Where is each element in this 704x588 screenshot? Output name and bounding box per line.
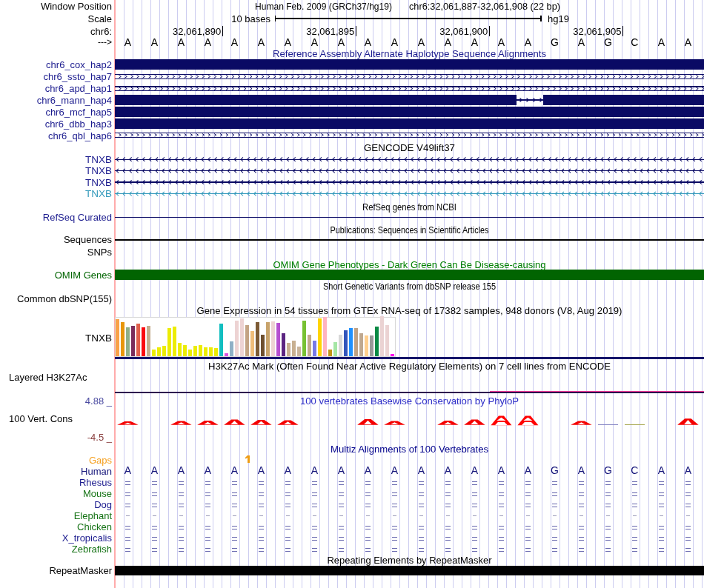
svg-text:chr6_cox_hap2: chr6_cox_hap2	[46, 59, 112, 70]
svg-text:A: A	[525, 464, 532, 476]
svg-text:A: A	[578, 464, 585, 476]
svg-text:A: A	[498, 464, 505, 476]
svg-text:C: C	[631, 464, 638, 476]
svg-text:--->: --->	[98, 37, 112, 47]
svg-text:A: A	[178, 36, 185, 48]
svg-text:A: A	[338, 36, 345, 48]
svg-text:Chicken: Chicken	[77, 521, 112, 532]
svg-text:G: G	[551, 464, 559, 476]
svg-text:A: A	[578, 36, 585, 48]
svg-text:A: A	[418, 464, 425, 476]
svg-text:SNPs: SNPs	[87, 247, 113, 258]
svg-text:Common dbSNP(155): Common dbSNP(155)	[17, 293, 112, 304]
svg-text:100 vertebrates Basewise Conse: 100 vertebrates Basewise Conservation by…	[300, 395, 519, 407]
svg-text:Repeating Elements by RepeatMa: Repeating Elements by RepeatMasker	[328, 555, 493, 566]
svg-text:A: A	[231, 36, 239, 48]
svg-text:A: A	[658, 36, 665, 48]
svg-text:A: A	[205, 464, 212, 476]
svg-text:A: A	[498, 36, 505, 48]
svg-text:RefSeq Curated: RefSeq Curated	[43, 212, 112, 223]
svg-text:Window Position: Window Position	[41, 1, 112, 12]
svg-text:chr6_dbb_hap3: chr6_dbb_hap3	[45, 118, 112, 130]
svg-text:H3K27Ac Mark (Often Found Near: H3K27Ac Mark (Often Found Near Active Re…	[208, 361, 611, 372]
svg-text:A: A	[471, 464, 479, 476]
svg-text:A: A	[658, 464, 665, 476]
svg-text:G: G	[604, 36, 612, 48]
svg-text:OMIM Genes: OMIM Genes	[55, 270, 113, 281]
svg-text:OMIM Gene Phenotypes - Dark Gr: OMIM Gene Phenotypes - Dark Green Can Be…	[273, 259, 546, 270]
svg-text:A: A	[124, 464, 132, 476]
svg-text:A: A	[391, 464, 399, 476]
svg-text:A: A	[338, 464, 345, 476]
svg-text:G: G	[551, 36, 559, 48]
svg-text:RepeatMasker: RepeatMasker	[49, 565, 112, 576]
svg-text:chr6_apd_hap1: chr6_apd_hap1	[45, 83, 112, 94]
svg-text:TNXB: TNXB	[85, 154, 112, 165]
svg-text:A: A	[151, 36, 159, 48]
svg-text:chr6_qbl_hap6: chr6_qbl_hap6	[48, 130, 112, 141]
svg-text:TNXB: TNXB	[85, 333, 112, 344]
svg-text:A: A	[391, 36, 399, 48]
svg-text:A: A	[285, 36, 292, 48]
svg-text:hg19: hg19	[548, 13, 569, 24]
svg-text:C: C	[631, 36, 638, 48]
svg-text:A: A	[205, 36, 212, 48]
svg-text:A: A	[124, 36, 132, 48]
svg-text:A: A	[685, 36, 692, 48]
svg-text:A: A	[445, 36, 452, 48]
svg-text:Multiz Alignments of 100 Verte: Multiz Alignments of 100 Vertebrates	[331, 444, 488, 455]
svg-text:A: A	[365, 36, 372, 48]
svg-text:Publications: Sequences in Sci: Publications: Sequences in Scientific Ar…	[331, 224, 489, 235]
svg-text:TNXB: TNXB	[85, 188, 112, 199]
svg-text:A: A	[685, 464, 692, 476]
svg-text:G: G	[604, 464, 612, 476]
svg-text:10 bases: 10 bases	[231, 13, 270, 24]
svg-text:X_tropicalis: X_tropicalis	[62, 532, 113, 544]
svg-text:Dog: Dog	[94, 499, 112, 510]
svg-text:Mouse: Mouse	[83, 488, 112, 499]
svg-text:Elephant: Elephant	[74, 510, 113, 521]
svg-text:TNXB: TNXB	[85, 177, 112, 188]
svg-text:A: A	[178, 464, 185, 476]
svg-text:chr6:: chr6:	[90, 26, 112, 37]
svg-text:Gene Expression in 54 tissues: Gene Expression in 54 tissues from GTEx …	[197, 305, 622, 316]
svg-text:A: A	[258, 36, 265, 48]
svg-text:chr6:32,061,887-32,061,908 (22: chr6:32,061,887-32,061,908 (22 bp)	[409, 1, 560, 12]
svg-text:GENCODE V49lift37: GENCODE V49lift37	[364, 142, 455, 153]
svg-text:-4.5 _: -4.5 _	[87, 432, 113, 443]
svg-text:chr6_ssto_hap7: chr6_ssto_hap7	[43, 71, 112, 82]
svg-text:100 Vert. Cons: 100 Vert. Cons	[9, 413, 73, 424]
svg-text:A: A	[525, 36, 532, 48]
svg-text:Gaps: Gaps	[89, 455, 113, 466]
svg-text:A: A	[365, 464, 372, 476]
svg-text:RefSeq genes from NCBI: RefSeq genes from NCBI	[362, 201, 456, 213]
svg-text:A: A	[418, 36, 425, 48]
svg-text:Layered H3K27Ac: Layered H3K27Ac	[9, 372, 87, 383]
svg-text:Human: Human	[81, 466, 112, 477]
svg-text:A: A	[311, 36, 319, 48]
svg-text:Short Genetic Variants from db: Short Genetic Variants from dbSNP releas…	[323, 281, 496, 292]
svg-text:Zebrafish: Zebrafish	[72, 544, 112, 555]
svg-text:A: A	[258, 464, 265, 476]
svg-text:A: A	[445, 464, 452, 476]
svg-text:Rhesus: Rhesus	[79, 477, 113, 488]
svg-text:TNXB: TNXB	[85, 165, 112, 176]
svg-text:A: A	[151, 464, 159, 476]
svg-text:4.88 _: 4.88 _	[85, 395, 113, 407]
svg-text:A: A	[471, 36, 479, 48]
svg-text:A: A	[231, 464, 239, 476]
svg-text:chr6_mann_hap4: chr6_mann_hap4	[37, 95, 112, 106]
svg-text:Sequences: Sequences	[64, 234, 113, 245]
svg-text:Reference Assembly Alternate H: Reference Assembly Alternate Haplotype S…	[273, 48, 546, 59]
svg-text:Human Feb. 2009 (GRCh37/hg19): Human Feb. 2009 (GRCh37/hg19)	[255, 1, 392, 12]
svg-text:Scale: Scale	[87, 13, 112, 24]
svg-text:A: A	[311, 464, 319, 476]
svg-text:chr6_mcf_hap5: chr6_mcf_hap5	[45, 107, 112, 118]
svg-text:A: A	[285, 464, 292, 476]
